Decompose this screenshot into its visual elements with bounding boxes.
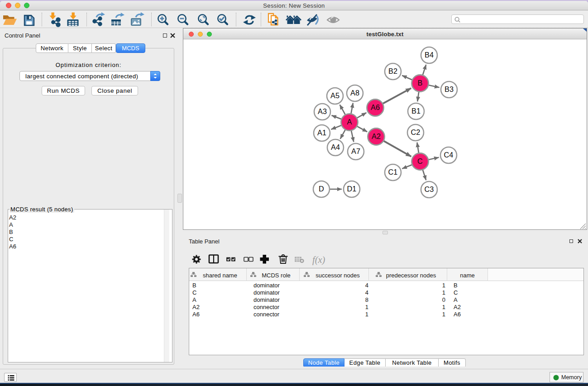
svg-text:A5: A5	[330, 91, 339, 100]
svg-text:A3: A3	[318, 107, 327, 115]
svg-text:C3: C3	[425, 185, 434, 193]
svg-text:B3: B3	[445, 85, 454, 93]
svg-text:C4: C4	[444, 151, 454, 159]
svg-text:D1: D1	[347, 185, 357, 193]
svg-text:B4: B4	[425, 51, 434, 59]
svg-text:A1: A1	[317, 129, 326, 137]
svg-text:A6: A6	[371, 103, 380, 111]
svg-text:A: A	[347, 118, 352, 126]
svg-text:A7: A7	[351, 147, 360, 155]
svg-text:C2: C2	[411, 128, 421, 136]
svg-text:A4: A4	[331, 143, 340, 151]
svg-text:B1: B1	[411, 107, 421, 115]
svg-text:D: D	[319, 185, 324, 193]
svg-text:f(x): f(x)	[312, 255, 325, 265]
svg-text:C1: C1	[388, 168, 398, 176]
svg-text:C: C	[417, 157, 423, 165]
svg-text:A8: A8	[350, 89, 359, 97]
svg-text:B2: B2	[388, 67, 397, 75]
svg-text:A2: A2	[372, 132, 381, 140]
svg-text:B: B	[418, 79, 423, 87]
